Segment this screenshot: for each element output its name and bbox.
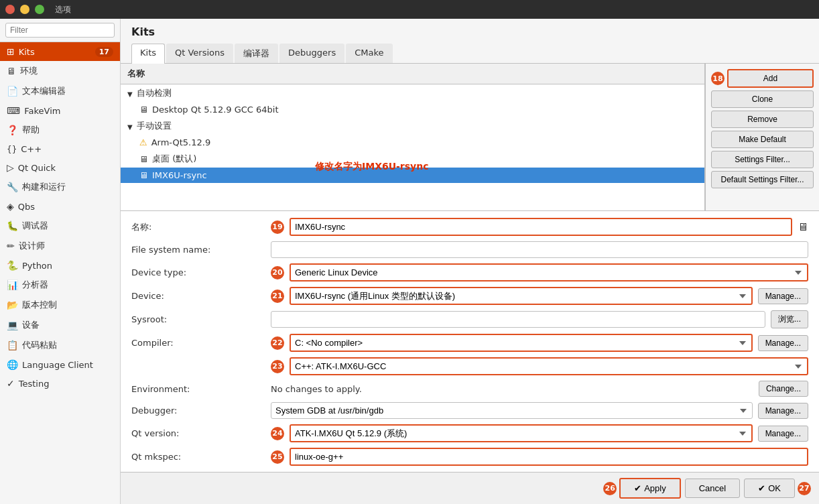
kit-item-desktop[interactable]: Desktop Qt 5.12.9 GCC 64bit: [121, 102, 704, 117]
sidebar-item-build-run[interactable]: 🔧 构建和运行: [0, 177, 120, 197]
chevron-down-icon: [127, 121, 133, 131]
form-row-qt-version: Qt version: 24 ATK-I.MX6U Qt 5.12.9 (系统)…: [131, 424, 808, 442]
debugger-icon: 🐛: [7, 220, 18, 231]
debugger-select[interactable]: System GDB at /usr/bin/gdb: [271, 402, 753, 419]
annotation-badge-23: 23: [271, 360, 284, 373]
device-type-select[interactable]: Generic Linux Device: [290, 263, 808, 281]
tab-kits[interactable]: Kits: [131, 44, 165, 64]
sidebar-item-environment[interactable]: 🖥 环境: [0, 61, 120, 81]
text-editor-icon: 📄: [7, 86, 18, 97]
ok-label: OK: [768, 483, 781, 493]
details-panel: 名称: 19 🖥 File system name: Device: [121, 211, 819, 472]
tab-qt-versions[interactable]: Qt Versions: [166, 44, 233, 63]
sidebar-item-label: Language Client: [22, 360, 113, 370]
monitor-icon: [139, 170, 148, 180]
sidebar-item-cpp[interactable]: {} C++: [0, 140, 120, 158]
warning-icon: [139, 137, 147, 147]
qt-mkspec-input[interactable]: [290, 448, 808, 466]
cpp-icon: {}: [7, 145, 17, 154]
ok-check-icon: ✔: [758, 483, 765, 493]
environment-change-button[interactable]: Change...: [759, 381, 808, 397]
device-manage-button[interactable]: Manage...: [758, 288, 808, 304]
main-container: ⊞ Kits 17 🖥 环境 📄 文本编辑器 ⌨ FakeVim ❓ 帮助: [0, 19, 819, 504]
sidebar-item-qt-quick[interactable]: ▷ Qt Quick: [0, 158, 120, 177]
default-settings-filter-button[interactable]: Default Settings Filter...: [711, 171, 814, 188]
maximize-button[interactable]: [35, 5, 44, 14]
tab-cmake[interactable]: CMake: [346, 44, 392, 63]
add-button[interactable]: Add: [727, 69, 814, 88]
qt-version-select[interactable]: ATK-I.MX6U Qt 5.12.9 (系统): [290, 424, 753, 442]
compiler-manage-button[interactable]: Manage...: [758, 335, 808, 351]
sidebar-item-designer[interactable]: ✏ 设计师: [0, 236, 120, 256]
form-row-compiler-c: Compiler: 22 C: <No compiler> Manage...: [131, 334, 808, 352]
compiler-label: Compiler:: [131, 338, 265, 348]
minimize-button[interactable]: [20, 5, 29, 14]
sysroot-browse-button[interactable]: 浏览...: [771, 310, 808, 328]
sidebar-item-text-editor[interactable]: 📄 文本编辑器: [0, 81, 120, 101]
sysroot-label: Sysroot:: [131, 314, 265, 324]
annotation-badge-18: 18: [711, 72, 724, 85]
kits-top-section: 名称 自动检测 Desktop Qt 5.12.9 GCC 64bit: [121, 64, 819, 211]
kit-group-auto[interactable]: 自动检测: [121, 84, 704, 102]
sidebar-item-label: 代码粘贴: [22, 339, 113, 351]
tab-debuggers[interactable]: Debuggers: [279, 44, 344, 63]
close-button[interactable]: [5, 5, 15, 14]
name-input[interactable]: [290, 218, 792, 236]
build-run-icon: 🔧: [7, 182, 18, 192]
monitor-icon: [139, 154, 148, 164]
sidebar-item-analyzer[interactable]: 📊 分析器: [0, 275, 120, 295]
annotation-badge-22: 22: [271, 336, 284, 350]
sidebar-item-label: 文本编辑器: [22, 85, 113, 97]
environment-label: Environment:: [131, 384, 265, 394]
sidebar-item-debugger[interactable]: 🐛 调试器: [0, 216, 120, 236]
apply-button[interactable]: ✔ Apply: [619, 478, 681, 499]
clone-button[interactable]: Clone: [711, 90, 814, 108]
sidebar-item-qbs[interactable]: ◈ Qbs: [0, 197, 120, 216]
kit-item-label: IMX6U-rsync: [152, 170, 207, 180]
make-default-button[interactable]: Make Default: [711, 131, 814, 148]
ok-button[interactable]: ✔ OK: [744, 479, 795, 498]
cancel-button[interactable]: Cancel: [685, 479, 740, 498]
apply-badge-container: 26 ✔ Apply: [603, 478, 681, 499]
settings-filter-button[interactable]: Settings Filter...: [711, 151, 814, 168]
filesystem-input[interactable]: [271, 241, 808, 258]
sidebar-item-code-paste[interactable]: 📋 代码粘贴: [0, 335, 120, 355]
sidebar-item-testing[interactable]: ✓ Testing: [0, 374, 120, 393]
kit-item-label: Arm-Qt5.12.9: [151, 137, 211, 147]
tab-content: 名称 自动检测 Desktop Qt 5.12.9 GCC 64bit: [121, 64, 819, 472]
tab-compilers[interactable]: 编译器: [235, 44, 278, 63]
compiler-cpp-select[interactable]: C++: ATK-I.MX6U-GCC: [290, 357, 808, 375]
device-select[interactable]: IMX6U-rsync (通用Linux 类型的默认设备): [290, 287, 753, 305]
qt-version-manage-button[interactable]: Manage...: [758, 426, 808, 442]
sidebar-item-devices[interactable]: 💻 设备: [0, 315, 120, 335]
form-row-sysroot: Sysroot: 浏览...: [131, 310, 808, 328]
kits-badge: 17: [95, 47, 113, 57]
sysroot-input[interactable]: [271, 311, 765, 328]
sidebar-item-label: 帮助: [22, 124, 113, 136]
kits-icon: ⊞: [7, 46, 15, 57]
compiler-c-select[interactable]: C: <No compiler>: [290, 334, 753, 352]
content-area: Kits Kits Qt Versions 编译器 Debuggers CMak…: [121, 19, 819, 504]
ok-badge-container: ✔ OK 27: [744, 479, 811, 498]
sidebar-item-language-client[interactable]: 🌐 Language Client: [0, 355, 120, 374]
fakevim-icon: ⌨: [7, 105, 20, 116]
form-row-name: 名称: 19 🖥: [131, 218, 808, 236]
kit-group-manual[interactable]: 手动设置: [121, 117, 704, 135]
sidebar-item-kits[interactable]: ⊞ Kits 17: [0, 42, 120, 61]
kit-item-arm[interactable]: Arm-Qt5.12.9: [121, 135, 704, 150]
kit-item-imx6u[interactable]: IMX6U-rsync: [121, 168, 704, 183]
details-section: 名称: 19 🖥 File system name: Device: [121, 211, 819, 472]
devices-icon: 💻: [7, 320, 18, 330]
sidebar-item-fakevim[interactable]: ⌨ FakeVim: [0, 101, 120, 120]
debugger-manage-button[interactable]: Manage...: [758, 403, 808, 419]
kits-list-panel: 名称 自动检测 Desktop Qt 5.12.9 GCC 64bit: [121, 64, 705, 210]
remove-button[interactable]: Remove: [711, 111, 814, 128]
sidebar-item-python[interactable]: 🐍 Python: [0, 256, 120, 275]
filter-input[interactable]: [5, 23, 115, 38]
sidebar-item-version-control[interactable]: 📂 版本控制: [0, 295, 120, 315]
qbs-icon: ◈: [7, 201, 14, 212]
annotation-badge-25: 25: [271, 450, 284, 464]
split-view: 名称 自动检测 Desktop Qt 5.12.9 GCC 64bit: [121, 64, 819, 472]
kit-item-desktop-default[interactable]: 桌面 (默认): [121, 150, 704, 168]
sidebar-item-help[interactable]: ❓ 帮助: [0, 120, 120, 140]
